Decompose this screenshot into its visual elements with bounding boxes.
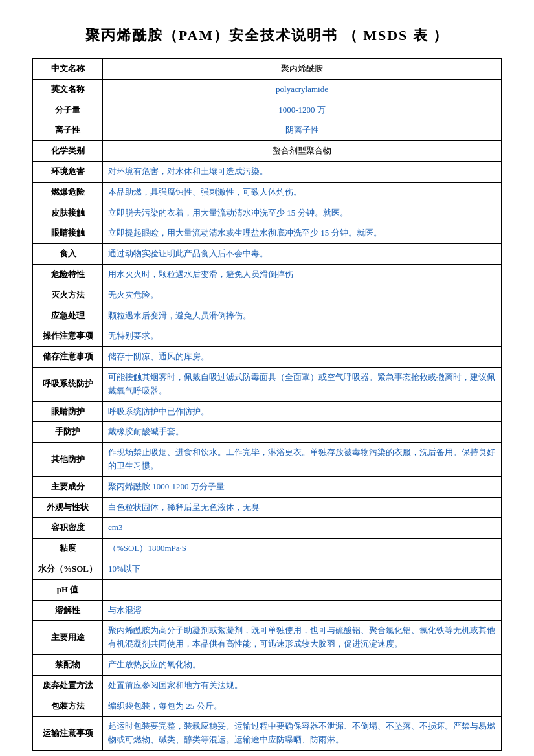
row-label: 应急处理 [33, 306, 103, 326]
table-row: 燃爆危险本品助燃，具强腐蚀性、强刺激性，可致人体灼伤。 [33, 182, 502, 203]
row-value: 无火灾危险。 [103, 285, 502, 306]
row-value: 起运时包装要完整，装载应稳妥。运输过程中要确保容器不泄漏、不倒塌、不坠落、不损坏… [103, 717, 502, 751]
table-row: 应急处理颗粒遇水后变滑，避免人员滑倒摔伤。 [33, 306, 502, 326]
table-row: 灭火方法无火灾危险。 [33, 285, 502, 306]
row-value: 螯合剂型聚合物 [103, 141, 502, 162]
row-label: 燃爆危险 [33, 182, 103, 203]
row-value: 对环境有危害，对水体和土壤可造成污染。 [103, 161, 502, 182]
row-label: 中文名称 [33, 59, 103, 80]
table-row: 化学类别螯合剂型聚合物 [33, 141, 502, 162]
row-value: 立即提起眼睑，用大量流动清水或生理盐水彻底冲洗至少 15 分钟。就医。 [103, 223, 502, 244]
table-row: 储存注意事项储存于阴凉、通风的库房。 [33, 347, 502, 368]
table-row: 主要用途聚丙烯酰胺为高分子助凝剂或絮凝剂，既可单独使用，也可与硫酸铝、聚合氯化铝… [33, 621, 502, 655]
row-label: 危险特性 [33, 264, 103, 285]
table-row: 容积密度cm3 [33, 518, 502, 539]
row-label: 呼吸系统防护 [33, 367, 103, 401]
table-row: 分子量1000-1200 万 [33, 100, 502, 120]
row-value: 无特别要求。 [103, 326, 502, 347]
table-row: 水分（%SOL）10%以下 [33, 559, 502, 579]
row-label: 手防护 [33, 422, 103, 443]
row-label: 皮肤接触 [33, 203, 103, 223]
table-row: 包装方法编织袋包装，每包为 25 公斤。 [33, 696, 502, 717]
table-row: 溶解性与水混溶 [33, 600, 502, 621]
table-row: 中文名称聚丙烯酰胺 [33, 59, 502, 80]
row-value: 储存于阴凉、通风的库房。 [103, 347, 502, 368]
table-row: 运输注意事项起运时包装要完整，装载应稳妥。运输过程中要确保容器不泄漏、不倒塌、不… [33, 717, 502, 751]
row-label: 运输注意事项 [33, 717, 103, 751]
row-label: 废弃处置方法 [33, 675, 103, 696]
row-value: 用水灭火时，颗粒遇水后变滑，避免人员滑倒摔伤 [103, 264, 502, 285]
row-value: 编织袋包装，每包为 25 公斤。 [103, 696, 502, 717]
row-label: 操作注意事项 [33, 326, 103, 347]
row-value: 立即脱去污染的衣着，用大量流动清水冲洗至少 15 分钟。就医。 [103, 203, 502, 223]
row-value: 产生放热反应的氧化物。 [103, 654, 502, 675]
row-value: 聚丙烯酰胺 1000-1200 万分子量 [103, 476, 502, 497]
row-value: 颗粒遇水后变滑，避免人员滑倒摔伤。 [103, 306, 502, 326]
row-label: 溶解性 [33, 600, 103, 621]
row-value: 阴离子性 [103, 120, 502, 141]
row-value: 聚丙烯酰胺 [103, 59, 502, 80]
table-row: 危险特性用水灭火时，颗粒遇水后变滑，避免人员滑倒摔伤 [33, 264, 502, 285]
row-label: 眼睛防护 [33, 401, 103, 422]
table-row: 离子性阴离子性 [33, 120, 502, 141]
row-value: 白色粒状固体，稀释后呈无色液体，无臭 [103, 497, 502, 518]
row-value: 戴橡胶耐酸碱手套。 [103, 422, 502, 443]
row-value: 通过动物实验证明此产品食入后不会中毒。 [103, 244, 502, 265]
table-row: 眼睛接触立即提起眼睑，用大量流动清水或生理盐水彻底冲洗至少 15 分钟。就医。 [33, 223, 502, 244]
row-label: pH 值 [33, 579, 103, 600]
table-row: 操作注意事项无特别要求。 [33, 326, 502, 347]
row-label: 灭火方法 [33, 285, 103, 306]
row-label: 水分（%SOL） [33, 559, 103, 579]
row-label: 容积密度 [33, 518, 103, 539]
row-value: 1000-1200 万 [103, 100, 502, 120]
row-label: 眼睛接触 [33, 223, 103, 244]
row-label: 环境危害 [33, 161, 103, 182]
table-row: 环境危害对环境有危害，对水体和土壤可造成污染。 [33, 161, 502, 182]
table-row: pH 值 [33, 579, 502, 600]
table-row: 皮肤接触立即脱去污染的衣着，用大量流动清水冲洗至少 15 分钟。就医。 [33, 203, 502, 223]
row-value: 可能接触其烟雾时，佩戴自吸过滤式防毒面具（全面罩）或空气呼吸器。紧急事态抢救或撤… [103, 367, 502, 401]
row-label: 包装方法 [33, 696, 103, 717]
row-value: 聚丙烯酰胺为高分子助凝剂或絮凝剂，既可单独使用，也可与硫酸铝、聚合氯化铝、氯化铁… [103, 621, 502, 655]
table-row: 眼睛防护呼吸系统防护中已作防护。 [33, 401, 502, 422]
row-label: 主要用途 [33, 621, 103, 655]
row-label: 化学类别 [33, 141, 103, 162]
row-value: 呼吸系统防护中已作防护。 [103, 401, 502, 422]
row-value [103, 579, 502, 600]
table-row: 其他防护作现场禁止吸烟、进食和饮水。工作完毕，淋浴更衣。单独存放被毒物污染的衣服… [33, 443, 502, 477]
row-label: 储存注意事项 [33, 347, 103, 368]
row-label: 其他防护 [33, 443, 103, 477]
row-value: 处置前应参阅国家和地方有关法规。 [103, 675, 502, 696]
table-row: 手防护戴橡胶耐酸碱手套。 [33, 422, 502, 443]
table-row: 食入通过动物实验证明此产品食入后不会中毒。 [33, 244, 502, 265]
row-label: 粘度 [33, 539, 103, 559]
table-row: 禁配物产生放热反应的氧化物。 [33, 654, 502, 675]
row-value: cm3 [103, 518, 502, 539]
row-label: 食入 [33, 244, 103, 265]
table-row: 粘度（%SOL）1800mPa·S [33, 539, 502, 559]
row-value: 与水混溶 [103, 600, 502, 621]
row-label: 离子性 [33, 120, 103, 141]
row-label: 禁配物 [33, 654, 103, 675]
page-title: 聚丙烯酰胺（PAM）安全技术说明书 （ MSDS 表 ） [32, 26, 502, 45]
row-value: 本品助燃，具强腐蚀性、强刺激性，可致人体灼伤。 [103, 182, 502, 203]
row-label: 英文名称 [33, 79, 103, 100]
table-row: 英文名称polyacrylamide [33, 79, 502, 100]
row-value: （%SOL）1800mPa·S [103, 539, 502, 559]
row-value: 作现场禁止吸烟、进食和饮水。工作完毕，淋浴更衣。单独存放被毒物污染的衣服，洗后备… [103, 443, 502, 477]
table-row: 外观与性状白色粒状固体，稀释后呈无色液体，无臭 [33, 497, 502, 518]
row-value: 10%以下 [103, 559, 502, 579]
row-label: 分子量 [33, 100, 103, 120]
table-row: 呼吸系统防护可能接触其烟雾时，佩戴自吸过滤式防毒面具（全面罩）或空气呼吸器。紧急… [33, 367, 502, 401]
row-label: 主要成分 [33, 476, 103, 497]
table-row: 主要成分聚丙烯酰胺 1000-1200 万分子量 [33, 476, 502, 497]
row-value: polyacrylamide [103, 79, 502, 100]
msds-table: 中文名称聚丙烯酰胺英文名称polyacrylamide分子量1000-1200 … [32, 58, 502, 751]
row-label: 外观与性状 [33, 497, 103, 518]
table-row: 废弃处置方法处置前应参阅国家和地方有关法规。 [33, 675, 502, 696]
